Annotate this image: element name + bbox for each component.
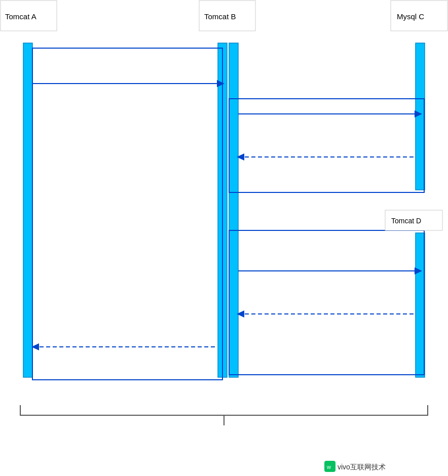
header-tomcat-a: Tomcat A (5, 12, 36, 21)
seq-box-2 (229, 230, 424, 375)
lifeline-mysql-c (416, 43, 425, 190)
brace-left (20, 405, 224, 415)
lifeline-tomcat-a (23, 43, 32, 377)
seq-box-1 (229, 99, 424, 192)
header-tomcat-b: Tomcat B (204, 12, 236, 21)
seq-box-tomcat-a (32, 48, 222, 380)
lifeline-tomcat-b-right (229, 43, 238, 377)
header-mysql-c: Mysql C (397, 12, 424, 21)
diagram-container: Tomcat A Tomcat B Mysql C (0, 0, 448, 476)
lifeline-tomcat-d (416, 233, 425, 377)
svg-text:w: w (326, 464, 331, 470)
label-tomcat-d: Tomcat D (391, 217, 421, 225)
brace-right (224, 405, 428, 415)
watermark-text: vivo互联网技术 (338, 463, 386, 471)
